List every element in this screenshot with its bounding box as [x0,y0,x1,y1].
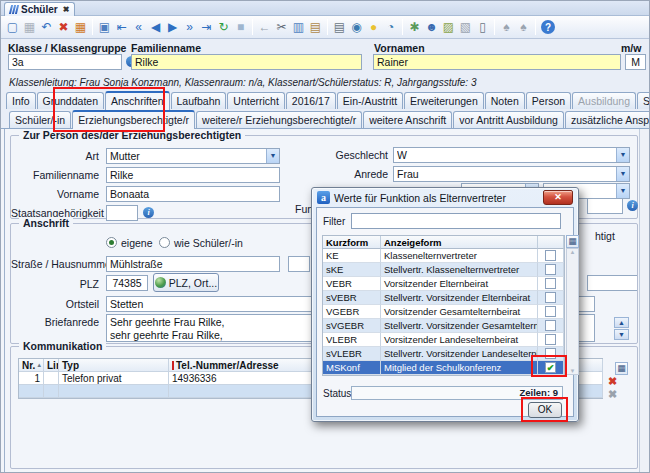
plz-ort-button[interactable]: PLZ, Ort... [153,273,219,292]
subtab-weitere-r-erziehungsberechtigte-r[interactable]: weitere/r Erziehungsberechtigte/r [196,111,362,128]
column-header-typ[interactable]: Typ [59,359,169,372]
subtab-vor-antritt-ausbildung[interactable]: vor Antritt Ausbildung [453,111,564,128]
empty-row-cell[interactable] [44,385,59,398]
staatsangehoerigkeit-input[interactable] [106,205,138,221]
cut-icon[interactable]: ✂ [273,19,290,36]
previous-record-icon[interactable]: ◀ [147,19,164,36]
staatsangehoerigkeit-info-icon[interactable]: i [143,207,154,218]
dialog-table-row[interactable]: sVLEBR Stellvertr. Vorsitzender Landesel… [323,347,564,361]
chevron-down-icon[interactable]: ▼ [616,167,629,181]
spade-down-icon[interactable]: ♠ [515,19,532,36]
mw-input[interactable]: M [625,54,646,70]
portrait-icon[interactable]: ▯ [474,19,491,36]
dialog-table-row[interactable]: sKE Stellvertr. Klassenelternvertreter [323,263,564,277]
dialog-table-row[interactable]: VGEBR Vorsitzender Gesamtelternbeirat [323,305,564,319]
fast-previous-icon[interactable]: « [130,19,147,36]
geschlecht-select[interactable]: W▼ [393,147,630,163]
empty-row-cell[interactable] [59,385,169,398]
klasse-input[interactable]: 3a [8,54,122,70]
column-header-checkbox[interactable] [538,236,564,249]
column-header-link[interactable]: Link [44,359,59,372]
row-nr-cell[interactable]: 1 [19,372,44,385]
right-info-icon[interactable]: i [627,200,638,211]
row-checkbox[interactable] [545,320,556,331]
dialog-table-row[interactable]: sVEBR Stellvertr. Vorsitzender Elternbei… [323,291,564,305]
tab-person[interactable]: Person [526,92,571,109]
undo-icon[interactable]: ↶ [38,19,55,36]
tab-ein-austritt[interactable]: Ein-/Austritt [337,92,403,109]
tab-unterricht[interactable]: Unterricht [227,92,285,109]
vornamen-input[interactable]: Rainer [373,54,621,70]
save-icon[interactable]: ▦ [21,19,38,36]
last-record-icon[interactable]: ⇥ [198,19,215,36]
anrede-select[interactable]: Frau▼ [393,166,630,182]
tab-2016-17[interactable]: 2016/17 [286,92,336,109]
person-familienname-input[interactable]: Rilke [106,167,280,183]
tab-info[interactable]: Info [6,92,36,109]
fast-next-icon[interactable]: » [181,19,198,36]
column-header-kurzform[interactable]: Kurzform [323,236,381,249]
subtab-weitere-anschrift[interactable]: weitere Anschrift [363,111,452,128]
user-icon[interactable]: ☻ [423,19,440,36]
tab-laufbahn[interactable]: Laufbahn [171,92,227,109]
filter-input[interactable] [351,213,561,229]
vorname-input[interactable]: Bonaata [106,186,280,202]
row-checkbox[interactable] [545,334,556,345]
first-record-icon[interactable]: ⇤ [113,19,130,36]
print-icon[interactable]: ▤ [331,19,348,36]
tab-noten[interactable]: Noten [485,92,525,109]
preview-icon[interactable]: ◉ [348,19,365,36]
delete-icon[interactable]: ✖ [55,19,72,36]
row-link-cell[interactable] [44,372,59,385]
dialog-table-row[interactable]: VLEBR Vorsitzender Landeselternbeirat [323,333,564,347]
spade-up-icon[interactable]: ♠ [498,19,515,36]
plz-input[interactable]: 74385 [106,275,148,291]
settings-icon[interactable]: ✱ [406,19,423,36]
copy-icon[interactable]: ▥ [290,19,307,36]
card-icon[interactable]: ▧ [457,19,474,36]
next-record-icon[interactable]: ▶ [164,19,181,36]
column-header-anzeigeform[interactable]: Anzeigeform [381,236,538,249]
delete-row-icon[interactable]: ✖ [606,375,619,388]
radio-wie-schueler[interactable] [159,237,170,248]
chevron-down-icon[interactable]: ▼ [616,148,629,162]
back-icon[interactable]: ← [256,19,273,36]
form-view-icon[interactable]: ▣ [96,19,113,36]
dialog-table-row[interactable]: sVGEBR Stellvertr. Vorsitzender Gesamtel… [323,319,564,333]
row-checkbox[interactable] [545,292,556,303]
dialog-table-row[interactable]: VEBR Vorsitzender Elternbeirat [323,277,564,291]
close-tab-icon[interactable]: ✖ [63,5,70,14]
tip-icon[interactable]: ● [365,19,382,36]
chevron-down-icon[interactable]: ▼ [616,184,629,198]
row-checkbox[interactable] [545,250,556,261]
familienname-input[interactable]: Rilke [131,54,362,70]
row-typ-cell[interactable]: Telefon privat [59,372,169,385]
new-record-icon[interactable]: ▢ [4,19,21,36]
help-icon[interactable]: ? [541,20,555,34]
export-folder-icon[interactable]: ▨ [440,19,457,36]
empty-row-cell[interactable] [19,385,44,398]
subtab-zus-tzliche-ansprechpartner[interactable]: zusätzliche Ansprechpartner [565,111,650,128]
hausnummer-input[interactable] [288,256,310,272]
paste-icon[interactable]: ▤ [307,19,324,36]
right-partial-field[interactable] [587,198,623,214]
stop-icon[interactable]: ■ [232,19,249,36]
art-select[interactable]: Mutter▼ [106,148,280,164]
tab-sonderp-d[interactable]: Sonderpäd. [637,92,650,109]
refresh-icon[interactable]: ↻ [215,19,232,36]
vertical-scrollbar[interactable] [639,129,649,472]
strasse-input[interactable]: Mühlstraße [106,256,280,272]
edit-table-icon[interactable]: ▦ [72,19,89,36]
dialog-table-row[interactable]: MSKonf Mitglied der Schulkonferenz ✔ [323,361,564,375]
row-checkbox[interactable] [545,278,556,289]
row-checkbox[interactable] [545,306,556,317]
dialog-table-scrollbar[interactable]: ▲▼ [566,248,579,375]
radio-eigene[interactable] [106,237,117,248]
dialog-table-row[interactable]: KE Klassenelternvertreter [323,249,564,263]
column-options-icon[interactable]: ▦ [566,235,579,248]
dialog-close-button[interactable]: ✕ [543,190,573,205]
column-options-icon[interactable]: ▦ [615,362,628,375]
row-checkbox[interactable] [545,264,556,275]
clock-icon[interactable]: ◔ [382,19,399,36]
tab-erweiterungen[interactable]: Erweiterungen [404,92,484,109]
